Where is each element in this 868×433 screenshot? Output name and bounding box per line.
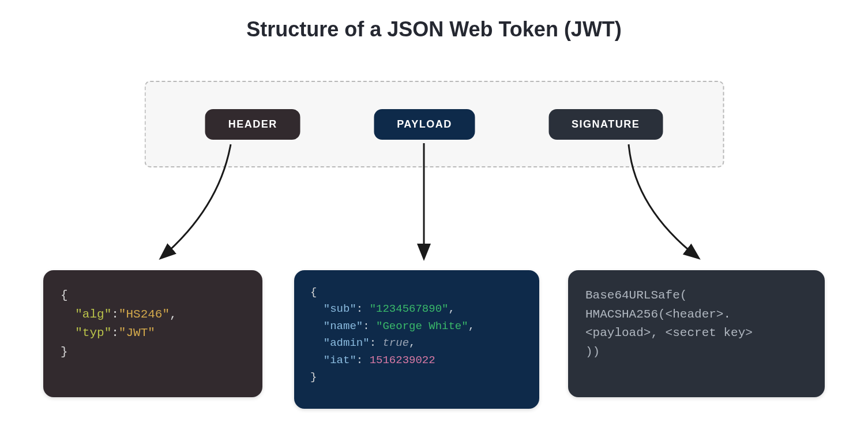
payload-pill: PAYLOAD	[374, 109, 475, 140]
payload-sub-value: 1234567890	[376, 303, 442, 315]
sig-line-3: <payload>, <secret key>	[585, 326, 753, 339]
payload-iat-value: 1516239022	[370, 354, 435, 367]
signature-pill: SIGNATURE	[548, 109, 663, 140]
diagram-title: Structure of a JSON Web Token (JWT)	[0, 17, 868, 42]
header-alg-value: HS246	[126, 308, 162, 321]
sig-line-2: HMACSHA256(<header>.	[585, 308, 731, 321]
header-code-box: { "alg":"HS246", "typ":"JWT" }	[43, 270, 262, 397]
sig-line-4: ))	[585, 345, 600, 359]
header-typ-value: JWT	[126, 326, 148, 339]
payload-code-box: { "sub": "1234567890", "name": "George W…	[294, 270, 539, 409]
sig-line-1: Base64URLSafe(	[585, 289, 687, 302]
jwt-parts-container: HEADER PAYLOAD SIGNATURE	[144, 81, 724, 167]
payload-name-value: George White	[382, 320, 461, 333]
header-pill: HEADER	[205, 109, 300, 140]
signature-code-box: Base64URLSafe( HMACSHA256(<header>. <pay…	[568, 270, 825, 397]
payload-admin-value: true	[382, 337, 409, 349]
